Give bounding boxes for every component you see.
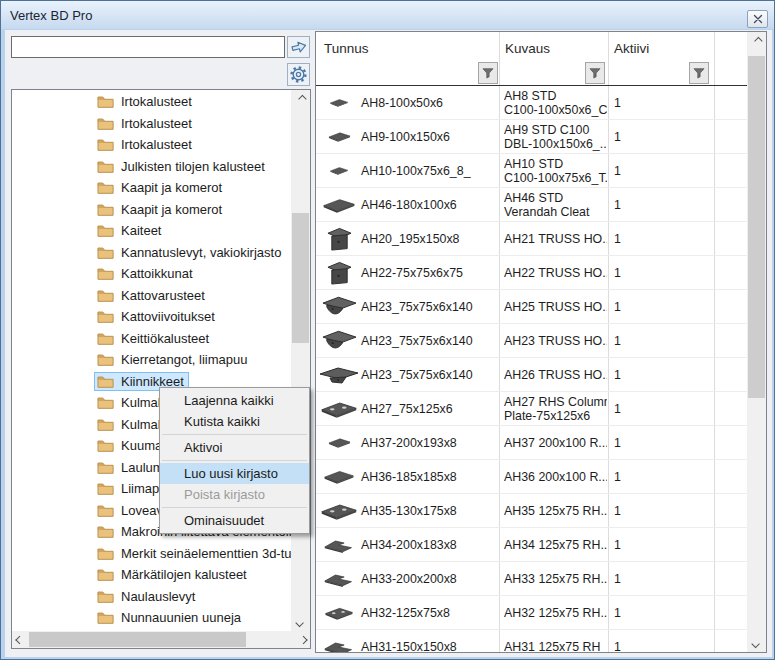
table-row[interactable]: AH27_75x125x6 AH27 RHS ColumnPlate-75x12… bbox=[316, 392, 747, 426]
tree-item-selection: Julkisten tilojen kalusteet bbox=[94, 157, 270, 176]
search-input[interactable] bbox=[11, 36, 285, 58]
table-row[interactable]: AH46-180x100x6 AH46 STDVerandah Cleat 1 bbox=[316, 188, 747, 222]
tree-item-label: Nunnauunien uuneja bbox=[121, 610, 241, 625]
tree-horizontal-scrollbar[interactable] bbox=[12, 631, 310, 648]
close-button[interactable] bbox=[747, 10, 768, 28]
table-row[interactable]: AH20_195x150x8 AH21 TRUSS HO... 1 bbox=[316, 222, 747, 256]
tree-item[interactable]: Kierretangot, liimapuu bbox=[12, 349, 291, 371]
filter-input-kuvaus[interactable] bbox=[502, 62, 584, 84]
scroll-up-button[interactable] bbox=[747, 32, 766, 49]
table-row[interactable]: AH22-75x75x6x75 AH22 TRUSS HO... 1 bbox=[316, 256, 747, 290]
tree-item[interactable]: Naulauslevyt bbox=[12, 586, 291, 608]
titlebar[interactable]: Vertex BD Pro bbox=[1, 1, 774, 29]
filter-button-kuvaus[interactable] bbox=[585, 62, 605, 84]
cell-tunnus: AH10-100x75x6_8_ bbox=[361, 164, 471, 178]
table-row[interactable]: AH33-200x200x8 AH33 125x75 RH... 1 bbox=[316, 562, 747, 596]
tree-item[interactable]: Kattovarusteet bbox=[12, 285, 291, 307]
table-row[interactable]: AH35-130x175x8 AH35 125x75 RH... 1 bbox=[316, 494, 747, 528]
scroll-right-button[interactable] bbox=[293, 631, 310, 648]
column-header-tunnus[interactable]: Tunnus bbox=[324, 41, 369, 56]
search-go-button[interactable] bbox=[287, 36, 310, 58]
settings-button[interactable] bbox=[287, 63, 310, 86]
chevron-up-icon bbox=[754, 36, 762, 44]
cell-aktiivi: 1 bbox=[614, 266, 621, 280]
tree-item-label: Kattovarusteet bbox=[121, 288, 205, 303]
tree-vertical-scrollbar[interactable] bbox=[291, 90, 310, 631]
part-shape-icon bbox=[327, 437, 352, 448]
column-header-kuvaus[interactable]: Kuvaus bbox=[505, 41, 550, 56]
tree-item[interactable]: Kaiteet bbox=[12, 220, 291, 242]
scrollbar-thumb[interactable] bbox=[29, 632, 246, 647]
table-row[interactable]: AH23_75x75x6x140 AH26 TRUSS HO... 1 bbox=[316, 358, 747, 392]
table-row[interactable]: AH10-100x75x6_8_ AH10 STDC100-100x75x6_T… bbox=[316, 154, 747, 188]
table-row[interactable]: AH36-185x185x8 AH36 200x100 R... 1 bbox=[316, 460, 747, 494]
tree-item-label: Märkätilojen kalusteet bbox=[121, 567, 247, 582]
table-row[interactable]: AH34-200x183x8 AH34 125x75 RH... 1 bbox=[316, 528, 747, 562]
folder-icon bbox=[97, 181, 114, 194]
tree-item-label: Naulauslevyt bbox=[121, 589, 195, 604]
tree-item[interactable]: Kattoikkunat bbox=[12, 263, 291, 285]
table-row[interactable]: AH23_75x75x6x140 AH23 TRUSS HO... 1 bbox=[316, 324, 747, 358]
filter-input-tunnus[interactable] bbox=[318, 62, 476, 84]
tree-item[interactable]: Julkisten tilojen kalusteet bbox=[12, 156, 291, 178]
table-row[interactable]: AH37-200x193x8 AH37 200x100 R... 1 bbox=[316, 426, 747, 460]
menu-item-kutista-kaikki[interactable]: Kutista kaikki bbox=[160, 411, 309, 432]
tree-item[interactable]: Kannatuslevyt, vakiokirjasto bbox=[12, 242, 291, 264]
funnel-icon bbox=[693, 67, 705, 79]
menu-item-laajenna-kaikki[interactable]: Laajenna kaikki bbox=[160, 390, 309, 411]
table-row[interactable]: AH8-100x50x6 AH8 STDC100-100x50x6_C... 1 bbox=[316, 86, 747, 120]
cell-tunnus: AH37-200x193x8 bbox=[361, 436, 457, 450]
cell-tunnus: AH23_75x75x6x140 bbox=[361, 334, 473, 348]
table-vertical-scrollbar[interactable] bbox=[747, 32, 766, 652]
part-shape-icon bbox=[327, 131, 352, 142]
cell-aktiivi: 1 bbox=[614, 470, 621, 484]
part-icon-cell bbox=[318, 324, 360, 357]
part-icon-cell bbox=[318, 562, 360, 595]
cell-tunnus: AH33-200x200x8 bbox=[361, 572, 457, 586]
tree-item[interactable]: Keittiökalusteet bbox=[12, 328, 291, 350]
menu-item-ominaisuudet[interactable]: Ominaisuudet bbox=[160, 510, 309, 531]
tree-item[interactable]: Irtokalusteet bbox=[12, 134, 291, 156]
tree-item[interactable]: Nunnauunien uuneja bbox=[12, 607, 291, 629]
tree-item[interactable]: Merkit seinäelementtien 3d-tunn bbox=[12, 543, 291, 565]
cell-tunnus: AH8-100x50x6 bbox=[361, 96, 443, 110]
filter-button-tunnus[interactable] bbox=[478, 62, 498, 84]
filter-input-aktiivi[interactable] bbox=[611, 62, 689, 84]
tree-item[interactable]: Märkätilojen kalusteet bbox=[12, 564, 291, 586]
part-shape-icon bbox=[319, 365, 359, 385]
folder-icon bbox=[97, 246, 114, 259]
scroll-down-button[interactable] bbox=[291, 614, 310, 631]
column-header-aktiivi[interactable]: Aktiivi bbox=[614, 41, 649, 56]
tree-item[interactable]: Kaapit ja komerot bbox=[12, 199, 291, 221]
scroll-up-button[interactable] bbox=[291, 90, 310, 107]
tree-item-selection: Kaiteet bbox=[94, 221, 166, 240]
tree-item-label: Merkit seinäelementtien 3d-tunn bbox=[121, 546, 291, 561]
tree-item-selection: Kattovarusteet bbox=[94, 286, 210, 305]
table-row[interactable]: AH23_75x75x6x140 AH25 TRUSS HO... 1 bbox=[316, 290, 747, 324]
menu-item-aktivoi[interactable]: Aktivoi bbox=[160, 437, 309, 458]
tree-item[interactable]: Irtokalusteet bbox=[12, 91, 291, 113]
tree-item[interactable]: Irtokalusteet bbox=[12, 113, 291, 135]
scrollbar-thumb[interactable] bbox=[748, 56, 765, 398]
scroll-left-button[interactable] bbox=[12, 631, 29, 648]
menu-item-luo-uusi-kirjasto[interactable]: Luo uusi kirjasto bbox=[160, 463, 309, 484]
tree-item-label: Julkisten tilojen kalusteet bbox=[121, 159, 265, 174]
part-shape-icon bbox=[322, 295, 357, 319]
cell-kuvaus: AH22 TRUSS HO... bbox=[504, 266, 607, 280]
tree-item-selection: Naulauslevyt bbox=[94, 587, 200, 606]
tree-item[interactable]: Kattoviivoitukset bbox=[12, 306, 291, 328]
folder-icon bbox=[97, 461, 114, 474]
cell-aktiivi: 1 bbox=[614, 198, 621, 212]
table-row[interactable]: AH9-100x150x6 AH9 STD C100DBL-100x150x6_… bbox=[316, 120, 747, 154]
tree-item[interactable]: Kaapit ja komerot bbox=[12, 177, 291, 199]
scroll-down-button[interactable] bbox=[747, 635, 766, 652]
table-row[interactable]: AH31-150x150x8 AH31 125x75 RH 1 bbox=[316, 630, 747, 652]
table-row[interactable]: AH32-125x75x8 AH32 125x75 RH... 1 bbox=[316, 596, 747, 630]
part-shape-icon bbox=[330, 166, 348, 175]
filter-button-aktiivi[interactable] bbox=[689, 62, 709, 84]
cell-kuvaus: AH31 125x75 RH bbox=[504, 640, 607, 653]
folder-icon bbox=[97, 289, 114, 302]
tree-item-label: Keittiökalusteet bbox=[121, 331, 209, 346]
part-icon-cell bbox=[318, 290, 360, 323]
scrollbar-thumb[interactable] bbox=[292, 213, 309, 343]
